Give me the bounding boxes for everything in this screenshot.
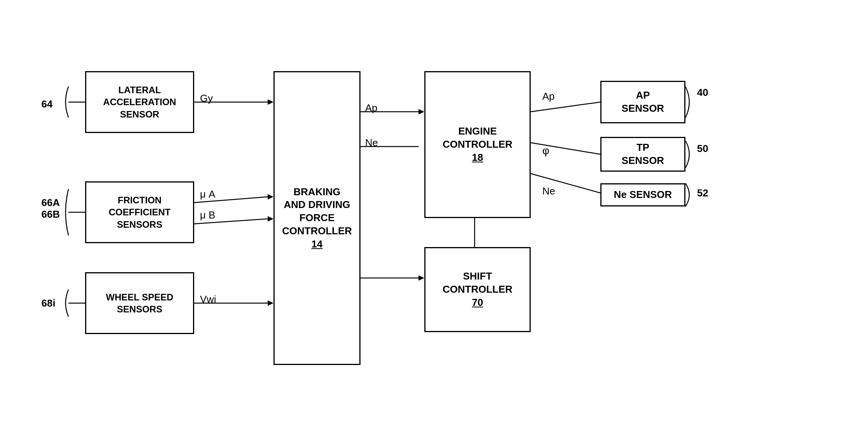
id-68i-label: 68i bbox=[41, 297, 55, 309]
ne-signal-label: Ne bbox=[365, 137, 378, 149]
svg-line-14 bbox=[531, 143, 600, 154]
gy-signal-label: Gy bbox=[200, 92, 213, 104]
id-40-label: 40 bbox=[697, 87, 708, 99]
engine-controller-block: ENGINECONTROLLER18 bbox=[424, 71, 531, 218]
mu-b-signal-label: μ B bbox=[200, 209, 215, 221]
svg-marker-23 bbox=[419, 275, 424, 281]
ne-right-signal-label: Ne bbox=[542, 185, 555, 197]
svg-marker-7 bbox=[268, 300, 273, 306]
braking-driving-force-controller-label: BRAKINGAND DRIVINGFORCECONTROLLER14 bbox=[282, 186, 352, 251]
friction-coefficient-sensors-label: FRICTIONCOEFFICIENTSENSORS bbox=[109, 194, 171, 230]
lateral-acceleration-sensor-label: LATERAL ACCELERATION SENSOR bbox=[86, 84, 193, 120]
braking-driving-force-controller-block: BRAKINGAND DRIVINGFORCECONTROLLER14 bbox=[273, 71, 361, 365]
ap-sensor-label: APSENSOR bbox=[622, 89, 664, 115]
id-66b-label: 66B bbox=[41, 208, 60, 220]
shift-controller-block: SHIFTCONTROLLER70 bbox=[424, 247, 531, 332]
mu-a-signal-label: μ A bbox=[200, 188, 215, 200]
engine-controller-label: ENGINECONTROLLER18 bbox=[443, 125, 513, 164]
svg-line-12 bbox=[531, 102, 600, 112]
svg-marker-9 bbox=[419, 109, 424, 114]
tp-sensor-label: TPSENSOR bbox=[622, 141, 664, 167]
wheel-speed-sensors-label: WHEEL SPEEDSENSORS bbox=[106, 291, 173, 315]
svg-line-16 bbox=[531, 174, 600, 193]
shift-controller-label: SHIFTCONTROLLER70 bbox=[443, 270, 513, 309]
vwi-signal-label: Vwi bbox=[200, 293, 216, 305]
ap-sensor-block: APSENSOR bbox=[600, 81, 685, 123]
id-64-label: 64 bbox=[41, 98, 53, 110]
diagram-container: LATERAL ACCELERATION SENSOR FRICTIONCOEF… bbox=[28, 27, 840, 413]
ap-top-signal-label: Ap bbox=[365, 102, 378, 114]
svg-marker-5 bbox=[268, 216, 273, 222]
id-52-label: 52 bbox=[697, 187, 708, 199]
lateral-acceleration-sensor-block: LATERAL ACCELERATION SENSOR bbox=[85, 71, 194, 133]
svg-marker-1 bbox=[268, 99, 273, 105]
tp-sensor-block: TPSENSOR bbox=[600, 137, 685, 172]
id-66a-label: 66A bbox=[41, 197, 60, 209]
ap-right-signal-label: Ap bbox=[542, 90, 555, 102]
ne-sensor-block: Ne SENSOR bbox=[600, 183, 685, 206]
phi-signal-label: φ bbox=[542, 145, 549, 157]
ne-sensor-label: Ne SENSOR bbox=[614, 188, 672, 201]
friction-coefficient-sensors-block: FRICTIONCOEFFICIENTSENSORS bbox=[85, 181, 194, 243]
svg-marker-3 bbox=[268, 194, 273, 200]
wheel-speed-sensors-block: WHEEL SPEEDSENSORS bbox=[85, 272, 194, 334]
id-50-label: 50 bbox=[697, 143, 708, 155]
